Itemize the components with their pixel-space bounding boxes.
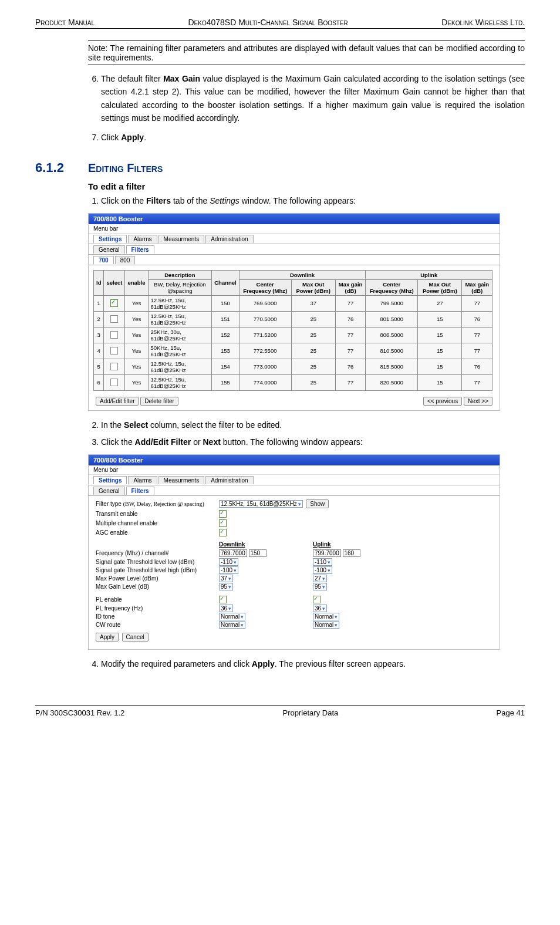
multi-channel-checkbox[interactable] xyxy=(219,519,227,527)
substep-3: Click the Add/Edit Filter or Next button… xyxy=(101,436,525,448)
table-row: 2Yes12.5KHz, 15u, 61dB@25KHz151770.50002… xyxy=(94,311,492,327)
footer-left: P/N 300SC30031 Rev. 1.2 xyxy=(35,708,124,717)
max-power-dl-select[interactable]: 37▾ xyxy=(219,575,233,582)
col-uplink: Uplink xyxy=(366,270,492,279)
table-row: 1Yes12.5KHz, 15u, 61dB@25KHz150769.50003… xyxy=(94,295,492,311)
max-power-label: Max Power Level (dBm) xyxy=(96,575,219,582)
window-title: 700/800 Booster xyxy=(89,214,500,224)
next-button[interactable]: Next >> xyxy=(464,397,492,406)
sg-low-dl-select[interactable]: -110▾ xyxy=(219,558,238,566)
sg-high-dl-select[interactable]: -100▾ xyxy=(219,566,238,574)
footer-center: Proprietary Data xyxy=(283,708,339,717)
delete-filter-button[interactable]: Delete filter xyxy=(140,397,178,406)
table-row: 3Yes25KHz, 30u, 61dB@25KHz152771.5200257… xyxy=(94,327,492,343)
transmit-enable-checkbox[interactable] xyxy=(219,510,227,518)
subtab-general-2[interactable]: General xyxy=(93,487,125,495)
agc-enable-label: AGC enable xyxy=(96,529,219,536)
subtab-filters-2[interactable]: Filters xyxy=(126,487,154,495)
section-number: 6.1.2 xyxy=(35,160,88,175)
select-checkbox[interactable] xyxy=(110,299,118,307)
screenshot-filter-form: 700/800 Booster Menu bar Settings Alarms… xyxy=(88,454,500,650)
col-ul-pwr: Max Out Power (dBm) xyxy=(418,279,462,295)
show-button[interactable]: Show xyxy=(306,499,329,508)
channel-dl-input[interactable]: 150 xyxy=(249,549,266,557)
table-row: 4Yes50KHz, 15u, 61dB@25KHz153772.5500257… xyxy=(94,343,492,359)
max-power-ul-select[interactable]: 27▾ xyxy=(313,575,327,582)
uplink-header: Uplink xyxy=(313,541,407,548)
pl-freq-ul-select[interactable]: 36▾ xyxy=(313,605,327,612)
select-checkbox[interactable] xyxy=(110,379,118,386)
footer-right: Page 41 xyxy=(497,708,525,717)
freq-ul-input[interactable]: 799.7000 xyxy=(313,549,341,557)
agc-enable-checkbox[interactable] xyxy=(219,529,227,536)
pl-enable-dl-checkbox[interactable] xyxy=(219,596,227,603)
add-edit-filter-button[interactable]: Add/Edit filter xyxy=(96,397,139,406)
tab-administration-2[interactable]: Administration xyxy=(205,476,253,484)
col-desc-sub: BW, Delay, Rejection @spacing xyxy=(148,279,212,295)
col-enable: enable xyxy=(125,270,148,295)
col-ul-freq: Center Frequescy (Mhz) xyxy=(366,279,418,295)
table-row: 5Yes12.5KHz, 15u, 61dB@25KHz154773.00002… xyxy=(94,359,492,374)
tab-measurements-2[interactable]: Measurments xyxy=(158,476,205,484)
step7-pre: Click xyxy=(101,133,121,142)
section-title: Editing Filters xyxy=(88,161,163,175)
sg-high-ul-select[interactable]: -100▾ xyxy=(313,566,332,574)
menubar-label-2: Menu bar xyxy=(89,465,500,475)
col-select: select xyxy=(104,270,125,295)
bandtab-700[interactable]: 700 xyxy=(93,256,114,264)
max-gain-dl-select[interactable]: 95▾ xyxy=(219,583,233,590)
tab-administration[interactable]: Administration xyxy=(205,235,253,243)
table-row: 6Yes12.5KHz, 15u, 61dB@25KHz155774.00002… xyxy=(94,374,492,390)
page-header: Product Manual Deko4078SD Multi-Channel … xyxy=(35,18,525,29)
subtab-filters[interactable]: Filters xyxy=(126,245,154,254)
pl-freq-dl-select[interactable]: 36▾ xyxy=(219,605,233,612)
apply-button[interactable]: Apply xyxy=(96,633,119,642)
col-channel: Channel xyxy=(212,270,239,295)
col-id: Id xyxy=(94,270,104,295)
subtab-general[interactable]: General xyxy=(93,245,125,254)
bandtab-800[interactable]: 800 xyxy=(115,256,136,264)
freq-dl-input[interactable]: 769.7000 xyxy=(219,549,247,557)
cw-route-label: CW route xyxy=(96,622,219,628)
id-tone-dl-select[interactable]: Normal▾ xyxy=(219,613,245,620)
tab-measurements[interactable]: Measurments xyxy=(158,235,205,243)
tab-settings[interactable]: Settings xyxy=(93,235,127,243)
page-footer: P/N 300SC30031 Rev. 1.2 Proprietary Data… xyxy=(35,705,525,717)
pl-enable-label: PL enable xyxy=(96,596,219,603)
pl-freq-label: PL frequency (Hz) xyxy=(96,605,219,612)
channel-ul-input[interactable]: 160 xyxy=(343,549,360,557)
header-left: Product Manual xyxy=(35,18,95,27)
step-6: The default filter Max Gain value displa… xyxy=(101,72,525,125)
screenshot-filters-table: 700/800 Booster Menu bar Settings Alarms… xyxy=(88,213,500,411)
sg-low-label: Signal gate Threshold level low (dBm) xyxy=(96,559,219,565)
sg-low-ul-select[interactable]: -110▾ xyxy=(313,558,332,566)
select-checkbox[interactable] xyxy=(110,347,118,355)
pl-enable-ul-checkbox[interactable] xyxy=(313,596,321,603)
step7-bold: Apply xyxy=(121,133,144,142)
cw-route-dl-select[interactable]: Normal▾ xyxy=(219,621,245,629)
substep-1: Click on the Filters tab of the Settings… xyxy=(101,195,525,207)
col-dl-pwr: Max Out Power (dBm) xyxy=(291,279,335,295)
tab-alarms-2[interactable]: Alarms xyxy=(128,476,157,484)
note-box: Note: The remaining filter parameters an… xyxy=(88,40,525,65)
col-downlink: Downlink xyxy=(239,270,366,279)
filter-type-note: (BW, Delay, Rejection @ spacing) xyxy=(123,501,204,507)
id-tone-ul-select[interactable]: Normal▾ xyxy=(313,613,339,620)
select-checkbox[interactable] xyxy=(110,363,118,370)
max-gain-ul-select[interactable]: 95▾ xyxy=(313,583,327,590)
select-checkbox[interactable] xyxy=(110,315,118,323)
cw-route-ul-select[interactable]: Normal▾ xyxy=(313,621,339,629)
cancel-button[interactable]: Cancel xyxy=(122,633,149,642)
transmit-enable-label: Transmit enable xyxy=(96,511,219,517)
window-title-2: 700/800 Booster xyxy=(89,455,500,465)
subsection-title: To edit a filter xyxy=(88,181,525,191)
frequency-label: Frequency (Mhz) / channel# xyxy=(96,550,219,556)
tab-alarms[interactable]: Alarms xyxy=(128,235,157,243)
select-checkbox[interactable] xyxy=(110,331,118,339)
id-tone-label: ID tone xyxy=(96,613,219,620)
menubar-label: Menu bar xyxy=(89,224,500,234)
previous-button[interactable]: << previous xyxy=(423,397,462,406)
tab-settings-2[interactable]: Settings xyxy=(93,476,127,484)
filters-table: Id select enable Description Channel Dow… xyxy=(93,270,492,391)
filter-type-select[interactable]: 12.5KHz, 15u, 61dB@25KHz▾ xyxy=(219,500,303,508)
